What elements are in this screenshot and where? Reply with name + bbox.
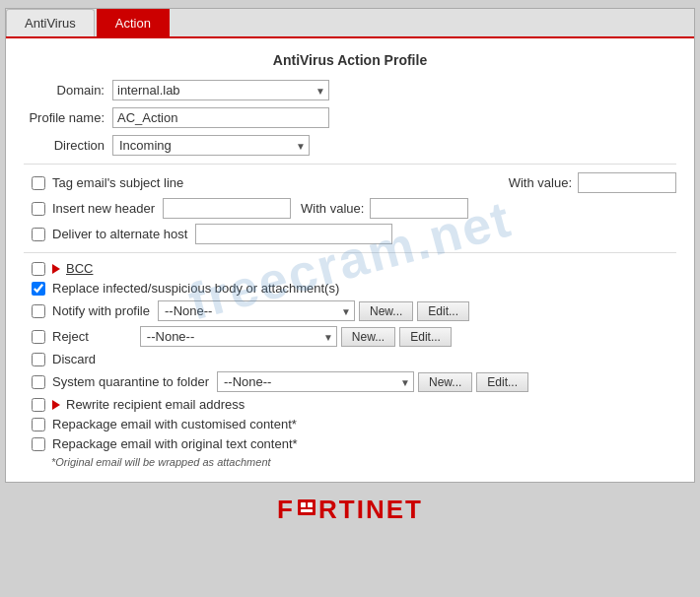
svg-rect-0: [298, 499, 315, 515]
direction-label: Direction: [24, 138, 112, 153]
reject-select-wrapper: --None-- ▼: [140, 326, 337, 347]
system-quarantine-select[interactable]: --None--: [217, 371, 414, 392]
insert-header-checkbox[interactable]: [32, 202, 45, 216]
system-quarantine-checkbox[interactable]: [32, 375, 45, 389]
deliver-alternate-input[interactable]: [195, 224, 392, 244]
fortinet-logo: F RTINET: [277, 495, 423, 525]
tab-action[interactable]: Action: [97, 9, 170, 36]
svg-rect-3: [301, 509, 313, 512]
replace-infected-label: Replace infected/suspicious body or atta…: [52, 281, 339, 296]
reject-new-button[interactable]: New...: [341, 327, 395, 347]
insert-header-text-input[interactable]: [163, 198, 291, 219]
direction-select[interactable]: Incoming Outgoing Both: [112, 135, 310, 156]
domain-label: Domain:: [24, 83, 112, 98]
notify-new-button[interactable]: New...: [359, 301, 413, 321]
system-quarantine-row: System quarantine to folder --None-- ▼ N…: [24, 371, 676, 392]
tag-email-label: Tag email's subject line: [52, 175, 509, 190]
bcc-label: BCC: [66, 261, 93, 276]
repackage-custom-checkbox[interactable]: [32, 418, 45, 431]
reject-checkbox[interactable]: [32, 330, 45, 344]
notify-profile-row: Notify with profile --None-- ▼ New... Ed…: [24, 300, 676, 321]
notify-profile-select[interactable]: --None--: [158, 300, 355, 321]
notify-edit-button[interactable]: Edit...: [417, 301, 469, 321]
footer-note: *Original email will be wrapped as attac…: [24, 456, 676, 468]
reject-select[interactable]: --None--: [140, 326, 337, 347]
reject-label: Reject: [52, 329, 89, 344]
reject-row: Reject --None-- ▼ New... Edit...: [24, 326, 676, 347]
profile-name-label: Profile name:: [24, 110, 112, 125]
rewrite-recipient-expand-icon[interactable]: [52, 400, 60, 410]
replace-infected-checkbox[interactable]: [32, 282, 45, 296]
discard-checkbox[interactable]: [32, 353, 45, 366]
rewrite-recipient-label: Rewrite recipient email address: [66, 397, 245, 412]
deliver-alternate-label: Deliver to alternate host: [52, 227, 187, 241]
bcc-expand-icon[interactable]: [52, 264, 60, 274]
svg-rect-2: [308, 502, 313, 507]
insert-header-with-value-label: With value:: [301, 201, 364, 216]
rewrite-recipient-checkbox[interactable]: [32, 398, 45, 412]
footer: F RTINET: [0, 483, 700, 531]
bcc-checkbox[interactable]: [32, 262, 45, 276]
insert-header-value-input[interactable]: [370, 198, 468, 219]
bcc-row: BCC: [24, 261, 676, 276]
notify-profile-checkbox[interactable]: [32, 304, 45, 318]
tag-email-checkbox[interactable]: [32, 176, 45, 190]
insert-header-label: Insert new header: [52, 201, 155, 216]
fortinet-icon-1: [296, 496, 317, 519]
svg-rect-1: [301, 502, 306, 507]
section-title: AntiVirus Action Profile: [24, 52, 676, 68]
system-quarantine-select-wrapper: --None-- ▼: [217, 371, 414, 392]
system-quarantine-label: System quarantine to folder: [52, 374, 209, 389]
repackage-custom-label: Repackage email with customised content*: [52, 417, 297, 431]
discard-label: Discard: [52, 352, 96, 366]
system-quarantine-edit-button[interactable]: Edit...: [476, 372, 528, 392]
notify-profile-label: Notify with profile: [52, 303, 150, 318]
repackage-original-checkbox[interactable]: [32, 437, 45, 451]
reject-edit-button[interactable]: Edit...: [399, 327, 452, 347]
domain-input[interactable]: [112, 80, 329, 100]
tag-email-value-input[interactable]: [578, 172, 676, 193]
repackage-original-label: Repackage email with original text conte…: [52, 436, 298, 451]
deliver-alternate-checkbox[interactable]: [32, 228, 45, 241]
notify-profile-select-wrapper: --None-- ▼: [158, 300, 355, 321]
tag-email-with-value-label: With value:: [509, 175, 572, 190]
tab-antivirus[interactable]: AntiVirus: [6, 9, 95, 36]
system-quarantine-new-button[interactable]: New...: [418, 372, 472, 392]
profile-name-input[interactable]: [112, 107, 329, 128]
